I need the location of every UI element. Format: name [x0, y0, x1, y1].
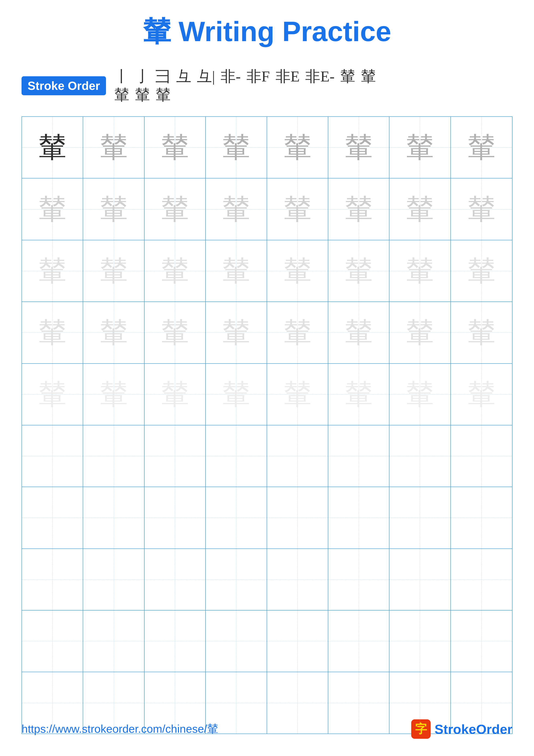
practice-char: 輦 — [284, 318, 312, 346]
grid-cell: 輦 — [390, 117, 451, 178]
grid-row: 輦 輦 輦 輦 輦 輦 輦 輦 — [22, 117, 512, 178]
grid-cell: 輦 — [22, 178, 83, 240]
footer: https://www.strokeorder.com/chinese/輦 字 … — [21, 719, 513, 739]
grid-cell: 輦 — [83, 364, 144, 425]
practice-char: 輦 — [161, 257, 189, 285]
grid-row: 輦 輦 輦 輦 輦 輦 輦 輦 — [22, 302, 512, 364]
footer-brand: 字 StrokeOrder — [411, 719, 513, 739]
grid-cell: 輦 — [144, 178, 206, 240]
practice-char: 輦 — [222, 257, 250, 285]
grid-cell: 輦 — [206, 117, 267, 178]
practice-char: 輦 — [345, 380, 373, 408]
practice-char: 輦 — [468, 380, 496, 408]
grid-row-empty — [22, 610, 512, 672]
grid-cell: 輦 — [328, 240, 390, 302]
practice-char: 輦 — [161, 380, 189, 408]
grid-cell: 輦 — [267, 240, 328, 302]
practice-char: 輦 — [100, 257, 128, 285]
practice-char: 輦 — [38, 318, 66, 346]
grid-cell: 輦 — [22, 117, 83, 178]
grid-row: 輦 輦 輦 輦 輦 輦 輦 輦 — [22, 364, 512, 425]
practice-char: 輦 — [38, 195, 66, 223]
grid-cell: 輦 — [206, 240, 267, 302]
grid-row: 輦 輦 輦 輦 輦 輦 輦 輦 — [22, 240, 512, 302]
stroke-step: 彐 — [154, 68, 172, 85]
grid-cell-empty — [451, 610, 512, 672]
brand-name: StrokeOrder — [435, 721, 513, 737]
grid-cell: 輦 — [328, 302, 390, 363]
stroke-step: 非E- — [303, 68, 336, 85]
grid-cell-empty — [328, 549, 390, 610]
grid-row-empty — [22, 487, 512, 549]
grid-cell-empty — [83, 425, 144, 487]
grid-cell-empty — [390, 425, 451, 487]
practice-char: 輦 — [38, 133, 66, 161]
grid-cell: 輦 — [390, 302, 451, 363]
grid-cell-empty — [451, 487, 512, 548]
grid-cell-empty — [390, 487, 451, 548]
grid-cell: 輦 — [267, 117, 328, 178]
practice-char: 輦 — [468, 133, 496, 161]
practice-grid: 輦 輦 輦 輦 輦 輦 輦 輦 輦 輦 輦 — [21, 116, 513, 734]
practice-char: 輦 — [345, 133, 373, 161]
practice-char: 輦 — [222, 195, 250, 223]
grid-cell: 輦 — [267, 302, 328, 363]
stroke-step: 輦 — [133, 87, 152, 103]
practice-char: 輦 — [161, 195, 189, 223]
grid-cell-empty — [206, 425, 267, 487]
grid-row: 輦 輦 輦 輦 輦 輦 輦 輦 — [22, 178, 512, 240]
grid-cell-empty — [328, 425, 390, 487]
grid-cell: 輦 — [451, 302, 512, 363]
grid-cell: 輦 — [206, 178, 267, 240]
stroke-step: 非E — [274, 68, 302, 85]
grid-cell: 輦 — [390, 240, 451, 302]
practice-char: 輦 — [345, 195, 373, 223]
grid-cell-empty — [144, 487, 206, 548]
grid-cell-empty — [206, 487, 267, 548]
stroke-step: 彑| — [195, 68, 217, 85]
practice-char: 輦 — [38, 257, 66, 285]
grid-cell: 輦 — [22, 364, 83, 425]
grid-cell-empty — [83, 610, 144, 672]
grid-cell: 輦 — [83, 178, 144, 240]
practice-char: 輦 — [468, 257, 496, 285]
practice-char: 輦 — [345, 318, 373, 346]
practice-char: 輦 — [284, 257, 312, 285]
grid-cell: 輦 — [328, 364, 390, 425]
practice-char: 輦 — [100, 195, 128, 223]
practice-char: 輦 — [161, 318, 189, 346]
grid-cell: 輦 — [22, 240, 83, 302]
grid-cell-empty — [83, 549, 144, 610]
grid-cell: 輦 — [83, 117, 144, 178]
grid-cell-empty — [144, 610, 206, 672]
grid-cell-empty — [144, 549, 206, 610]
grid-cell: 輦 — [267, 364, 328, 425]
practice-char: 輦 — [38, 380, 66, 408]
grid-cell-empty — [451, 549, 512, 610]
grid-cell: 輦 — [451, 240, 512, 302]
practice-char: 輦 — [100, 133, 128, 161]
grid-cell: 輦 — [451, 178, 512, 240]
page-title: 輦 Writing Practice — [21, 13, 513, 51]
grid-cell-empty — [267, 425, 328, 487]
stroke-step: 輦 — [359, 68, 378, 85]
grid-cell: 輦 — [267, 178, 328, 240]
stroke-sequence-row1: 丨 亅 彐 彑 彑| 非- 非F 非E 非E- 輦 輦 — [113, 68, 378, 85]
brand-icon: 字 — [411, 719, 431, 739]
practice-char: 輦 — [468, 195, 496, 223]
grid-cell: 輦 — [451, 117, 512, 178]
practice-char: 輦 — [222, 133, 250, 161]
stroke-step: 亅 — [133, 68, 152, 85]
grid-cell-empty — [328, 610, 390, 672]
grid-cell: 輦 — [144, 302, 206, 363]
grid-cell-empty — [328, 487, 390, 548]
footer-url[interactable]: https://www.strokeorder.com/chinese/輦 — [21, 721, 218, 737]
practice-char: 輦 — [284, 133, 312, 161]
grid-cell: 輦 — [451, 364, 512, 425]
stroke-step: 彑 — [174, 68, 193, 85]
practice-char: 輦 — [100, 318, 128, 346]
grid-cell: 輦 — [83, 302, 144, 363]
practice-char: 輦 — [406, 318, 434, 346]
grid-cell: 輦 — [144, 117, 206, 178]
practice-char: 輦 — [284, 380, 312, 408]
